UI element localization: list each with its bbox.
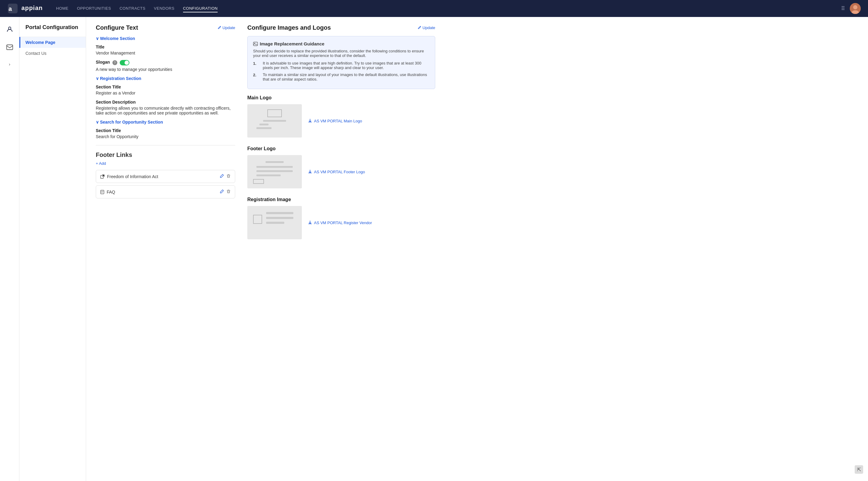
registration-image-placeholder	[247, 206, 302, 239]
collapse-chevron-icon-2: ∨	[96, 76, 99, 81]
svg-rect-18	[256, 166, 293, 168]
svg-rect-19	[256, 170, 293, 172]
svg-rect-17	[266, 161, 284, 163]
slogan-value: A new way to manage your opportunities	[96, 67, 235, 72]
main-content: Configure Text Update ∨ Welcome Section …	[86, 17, 868, 481]
nav-configuration[interactable]: CONFIGURATION	[183, 5, 218, 12]
registration-image-download-link[interactable]: AS VM PORTAL Register Vendor	[308, 221, 372, 225]
main-logo-label: Main Logo	[247, 95, 435, 101]
title-label: Title	[96, 44, 235, 50]
svg-rect-8	[101, 190, 104, 194]
slogan-toggle[interactable]	[120, 60, 129, 65]
svg-rect-6	[7, 45, 13, 50]
main-logo-placeholder	[247, 104, 302, 137]
add-footer-link-button[interactable]: + Add	[96, 161, 106, 166]
guidance-list: 1. It is advisable to use images that ar…	[253, 61, 430, 82]
reg-description-value: Registering allows you to communicate di…	[96, 106, 235, 116]
registration-image-row: AS VM PORTAL Register Vendor	[247, 206, 435, 239]
image-guidance-box: Image Replacement Guidance Should you de…	[247, 36, 435, 89]
guidance-description: Should you decide to replace the provide…	[253, 49, 430, 58]
svg-rect-13	[263, 120, 286, 122]
left-panel: Portal Configuration Welcome Page Contac…	[20, 17, 86, 481]
grid-icon[interactable]: ⠿	[841, 5, 845, 12]
configure-images-update-button[interactable]: Update	[417, 26, 435, 30]
configure-images-header: Configure Images and Logos Update	[247, 24, 435, 31]
reg-section-title-value: Register as a Vendor	[96, 91, 235, 95]
footer-link-item-2: FAQ	[96, 185, 235, 198]
nav-home[interactable]: HOME	[56, 5, 68, 12]
nav-welcome-page[interactable]: Welcome Page	[20, 37, 86, 48]
svg-rect-14	[259, 124, 269, 125]
svg-rect-9	[253, 42, 258, 46]
external-link-icon	[100, 174, 104, 179]
configure-text-update-button[interactable]: Update	[217, 26, 235, 30]
registration-section-toggle[interactable]: ∨ Registration Section	[96, 76, 235, 81]
image-icon	[253, 42, 258, 46]
icon-sidebar: ›	[0, 17, 20, 481]
configure-text-column: Configure Text Update ∨ Welcome Section …	[96, 24, 235, 474]
configure-images-column: Configure Images and Logos Update Image …	[247, 24, 435, 474]
download-icon	[308, 119, 312, 123]
svg-rect-15	[256, 127, 272, 129]
search-section-title-label: Section Title	[96, 128, 235, 133]
collapse-chevron-icon: ∨	[96, 36, 99, 41]
expand-sidebar-icon[interactable]: ›	[9, 62, 10, 67]
nav-opportunities[interactable]: OPPORTUNITIES	[77, 5, 111, 12]
registration-image-label: Registration Image	[247, 197, 435, 202]
footer-links-title: Footer Links	[96, 152, 235, 158]
title-value: Vendor Management	[96, 51, 235, 56]
configure-text-header: Configure Text Update	[96, 24, 235, 31]
footer-logo-placeholder	[247, 155, 302, 188]
main-logo-row: AS VM PORTAL Main Logo	[247, 104, 435, 137]
svg-rect-26	[266, 222, 284, 224]
footer-link-item-2-left: FAQ	[100, 190, 115, 194]
download-icon-3	[308, 221, 312, 225]
nav-right: ⠿	[841, 3, 861, 14]
nav-vendors[interactable]: VENDORS	[154, 5, 175, 12]
reg-description-label: Section Description	[96, 100, 235, 104]
logo-text: a appian	[7, 3, 43, 14]
panel-title: Portal Configuration	[20, 24, 86, 37]
collapse-chevron-icon-3: ∨	[96, 120, 99, 125]
footer-link-1-label: Freedom of Information Act	[107, 174, 158, 179]
search-section-toggle[interactable]: ∨ Search for Opportunity Section	[96, 120, 235, 125]
slogan-label: Slogan	[96, 60, 110, 65]
document-icon	[100, 190, 104, 194]
footer-logo-row: AS VM PORTAL Footer Logo	[247, 155, 435, 188]
guidance-item-2: 2. To maintain a similar size and layout…	[253, 72, 430, 82]
footer-logo-download-link[interactable]: AS VM PORTAL Footer Logo	[308, 170, 365, 174]
svg-rect-20	[256, 174, 281, 176]
guidance-item-1: 1. It is advisable to use images that ar…	[253, 61, 430, 70]
page-body: › Portal Configuration Welcome Page Cont…	[0, 17, 868, 481]
footer-link-1-actions	[220, 174, 230, 179]
sidebar-users-icon[interactable]	[4, 23, 16, 35]
svg-point-3	[853, 5, 858, 9]
divider	[96, 145, 235, 146]
welcome-section-toggle[interactable]: ∨ Welcome Section	[96, 36, 235, 41]
configure-images-title: Configure Images and Logos	[247, 24, 331, 31]
reg-section-title-label: Section Title	[96, 85, 235, 89]
user-avatar[interactable]	[850, 3, 861, 14]
slogan-info-icon[interactable]: ?	[113, 60, 117, 65]
edit-footer-link-1-button[interactable]	[220, 174, 224, 179]
search-section-title-value: Search for Opportunity	[96, 134, 235, 139]
main-logo-download-link[interactable]: AS VM PORTAL Main Logo	[308, 119, 362, 123]
download-icon-2	[308, 170, 312, 174]
svg-rect-24	[266, 212, 293, 214]
delete-footer-link-1-button[interactable]	[226, 174, 230, 179]
footer-link-2-actions	[220, 189, 230, 194]
footer-logo-label: Footer Logo	[247, 146, 435, 152]
svg-point-5	[8, 27, 11, 29]
edit-footer-link-2-button[interactable]	[220, 189, 224, 194]
main-nav: HOME OPPORTUNITIES CONTRACTS VENDORS CON…	[56, 5, 831, 12]
appian-logo: a appian	[7, 3, 43, 14]
nav-contact-us[interactable]: Contact Us	[20, 48, 86, 59]
delete-footer-link-2-button[interactable]	[226, 189, 230, 194]
slogan-row: Slogan ?	[96, 60, 235, 66]
sidebar-mail-icon[interactable]	[4, 41, 16, 53]
top-nav: a appian HOME OPPORTUNITIES CONTRACTS VE…	[0, 0, 868, 17]
nav-contracts[interactable]: CONTRACTS	[119, 5, 145, 12]
footer-link-item-1-left: Freedom of Information Act	[100, 174, 158, 179]
scroll-to-top-button[interactable]: ⇱	[855, 465, 863, 474]
footer-link-item-1: Freedom of Information Act	[96, 170, 235, 183]
